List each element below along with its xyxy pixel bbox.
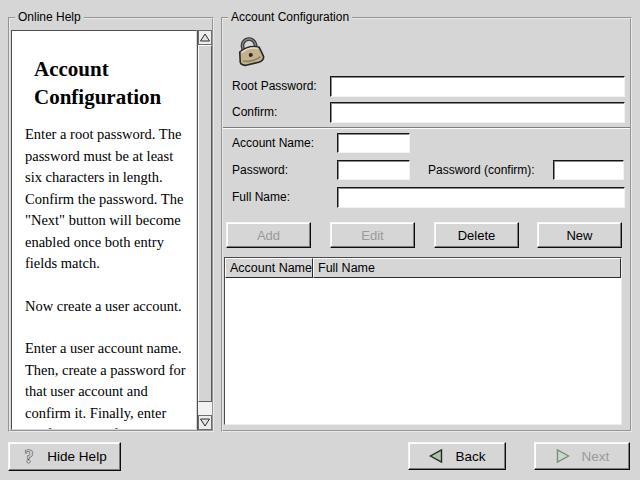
accounts-table-body[interactable] bbox=[225, 278, 621, 424]
new-button-label: New bbox=[566, 228, 592, 243]
installer-window: { "help": { "frame_label": "Online Help"… bbox=[0, 0, 640, 480]
next-arrow-icon bbox=[555, 448, 571, 464]
root-password-label: Root Password: bbox=[232, 79, 317, 93]
root-password-input[interactable] bbox=[330, 76, 625, 97]
help-text-view: Account Configuration Enter a root passw… bbox=[11, 30, 197, 430]
help-heading: Account Configuration bbox=[34, 55, 186, 111]
back-arrow-icon bbox=[428, 448, 444, 464]
add-button-label: Add bbox=[257, 228, 280, 243]
user-password-confirm-input[interactable] bbox=[553, 160, 624, 180]
question-mark-icon: ? bbox=[22, 447, 36, 467]
online-help-panel: Online Help Account Configuration Enter … bbox=[8, 17, 214, 432]
back-button-label: Back bbox=[455, 449, 485, 464]
next-button[interactable]: Next bbox=[534, 442, 630, 470]
edit-button[interactable]: Edit bbox=[330, 222, 415, 248]
confirm-password-label: Confirm: bbox=[232, 105, 277, 119]
user-password-input[interactable] bbox=[337, 160, 410, 180]
confirm-password-input[interactable] bbox=[330, 102, 625, 123]
new-button[interactable]: New bbox=[537, 222, 622, 248]
help-scrollbar[interactable] bbox=[197, 30, 212, 430]
accounts-table-header: Account Name Full Name bbox=[225, 258, 621, 278]
help-paragraph: Enter a user account name. Then, create … bbox=[25, 338, 187, 430]
accounts-table: Account Name Full Name bbox=[224, 257, 622, 425]
account-config-frame-label: Account Configuration bbox=[228, 10, 352, 24]
full-name-input[interactable] bbox=[337, 187, 625, 208]
full-name-label: Full Name: bbox=[232, 190, 290, 204]
help-paragraph: Enter a root password. The password must… bbox=[25, 124, 187, 275]
online-help-frame-label: Online Help bbox=[15, 10, 84, 24]
arrow-down-icon bbox=[200, 418, 210, 427]
account-config-panel: Account Configuration Root Password: Con… bbox=[221, 17, 632, 432]
back-button[interactable]: Back bbox=[408, 442, 506, 470]
help-paragraph: Now create a user account. bbox=[25, 296, 187, 318]
column-header-account-name[interactable]: Account Name bbox=[225, 258, 313, 278]
separator bbox=[223, 127, 630, 129]
scrollbar-trough[interactable] bbox=[198, 45, 212, 415]
next-button-label: Next bbox=[582, 449, 610, 464]
arrow-up-icon bbox=[200, 33, 210, 42]
add-button[interactable]: Add bbox=[226, 222, 311, 248]
delete-button[interactable]: Delete bbox=[434, 222, 519, 248]
svg-text:?: ? bbox=[25, 447, 34, 467]
account-name-input[interactable] bbox=[337, 133, 410, 153]
scroll-down-button[interactable] bbox=[198, 415, 212, 430]
padlock-icon bbox=[230, 32, 266, 68]
user-password-label: Password: bbox=[232, 163, 288, 177]
account-name-label: Account Name: bbox=[232, 136, 314, 150]
delete-button-label: Delete bbox=[458, 228, 496, 243]
hide-help-button[interactable]: ? Hide Help bbox=[8, 442, 121, 471]
user-password-confirm-label: Password (confirm): bbox=[428, 163, 535, 177]
edit-button-label: Edit bbox=[361, 228, 383, 243]
column-header-full-name[interactable]: Full Name bbox=[313, 258, 621, 278]
scroll-up-button[interactable] bbox=[198, 30, 212, 45]
scrollbar-thumb[interactable] bbox=[198, 45, 212, 402]
hide-help-label: Hide Help bbox=[47, 449, 106, 464]
